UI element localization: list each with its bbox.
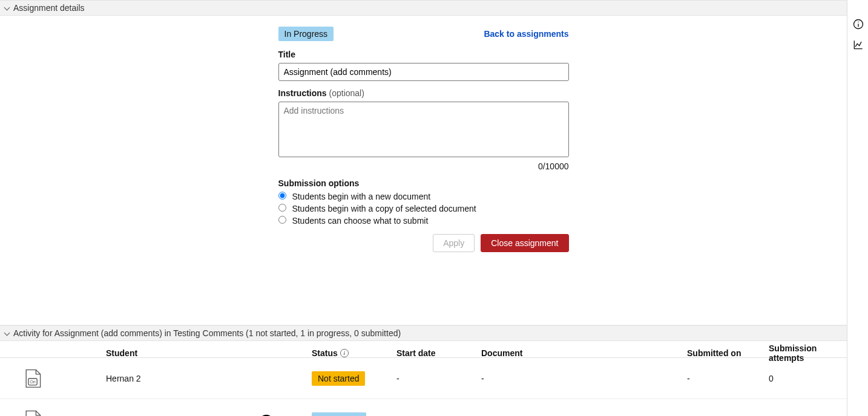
start-date: -	[396, 374, 481, 383]
col-student: Student	[106, 346, 245, 360]
apply-button[interactable]: Apply	[433, 234, 475, 252]
activity-header-title: Activity for Assignment (add comments) i…	[13, 328, 401, 338]
right-rail	[852, 18, 864, 51]
submission-options-group: Students begin with a new document Stude…	[278, 192, 569, 226]
instructions-textarea[interactable]	[278, 102, 569, 157]
assignment-details-body: In Progress Back to assignments Title In…	[0, 16, 847, 325]
submitted-on: -	[687, 374, 769, 383]
info-icon[interactable]: i	[340, 349, 349, 357]
status-badge: Not started	[312, 371, 365, 386]
instructions-optional-text: (optional)	[329, 88, 364, 98]
chevron-down-icon	[4, 330, 11, 337]
option-choose-submit-label: Students can choose what to submit	[292, 216, 428, 226]
back-to-assignments-link[interactable]: Back to assignments	[484, 29, 568, 39]
title-label: Title	[278, 50, 569, 59]
option-choose-submit[interactable]: Students can choose what to submit	[278, 216, 569, 226]
option-copy-document[interactable]: Students begin with a copy of selected d…	[278, 204, 569, 213]
chart-icon[interactable]	[852, 39, 864, 51]
student-name: Hernan 2	[106, 374, 245, 383]
radio-new-document[interactable]	[278, 192, 286, 200]
option-new-document[interactable]: Students begin with a new document	[278, 192, 569, 201]
assignment-details-header[interactable]: Assignment details	[0, 0, 847, 16]
char-count: 0/10000	[278, 161, 569, 171]
table-row: On Hernan 2Not started---0	[0, 358, 847, 399]
status-badge: In Progress	[278, 27, 334, 41]
comment-icon[interactable]	[260, 414, 273, 417]
svg-text:On: On	[30, 379, 36, 385]
activity-table-header: Student Status i Start date Document Sub…	[0, 341, 847, 358]
submission-options-label: Submission options	[278, 178, 569, 188]
title-input[interactable]	[278, 63, 569, 81]
instructions-label-text: Instructions	[278, 88, 327, 98]
chevron-down-icon	[4, 4, 11, 11]
col-document: Document	[481, 346, 687, 360]
col-attempts: Submission attempts	[769, 341, 847, 365]
info-icon[interactable]	[852, 18, 864, 30]
col-start-date: Start date	[396, 346, 481, 360]
close-assignment-button[interactable]: Close assignment	[481, 234, 568, 252]
col-status: Status i	[312, 346, 396, 360]
instructions-label: Instructions (optional)	[278, 88, 569, 98]
col-submitted-on: Submitted on	[687, 346, 769, 360]
radio-choose-submit[interactable]	[278, 216, 286, 224]
document-icon: On	[22, 368, 44, 389]
assignment-details-title: Assignment details	[13, 3, 85, 13]
document-cell: -	[481, 374, 687, 383]
activity-header[interactable]: Activity for Assignment (add comments) i…	[0, 325, 847, 341]
document-icon: On	[22, 409, 44, 417]
radio-copy-document[interactable]	[278, 204, 286, 212]
submission-attempts: 0	[769, 374, 847, 383]
col-status-label: Status	[312, 348, 338, 358]
option-copy-document-label: Students begin with a copy of selected d…	[292, 204, 476, 213]
table-row: On Hernan 7 In progress1:28 PM Dec 28 20…	[0, 399, 847, 416]
status-badge: In progress	[312, 412, 366, 417]
svg-point-6	[858, 22, 858, 22]
option-new-document-label: Students begin with a new document	[292, 192, 430, 201]
